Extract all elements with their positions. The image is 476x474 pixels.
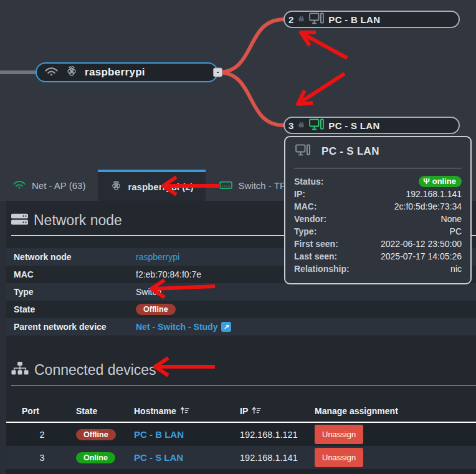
raspberrypi-icon <box>110 180 122 193</box>
tooltip-rows: Status: Ψ online IP: 192.168.1.141 MAC: … <box>294 175 462 275</box>
type-value: Switch <box>136 287 476 297</box>
server-icon <box>11 212 28 229</box>
row-label: MAC <box>14 269 136 279</box>
port-cell: 2 <box>22 430 62 440</box>
divider <box>11 385 476 385</box>
tooltip-row: Status: Ψ online <box>294 175 462 188</box>
pc-icon <box>309 12 324 27</box>
section-title: Connected devices <box>34 362 156 379</box>
col-ip: IP <box>240 406 248 416</box>
pc-icon <box>295 144 310 159</box>
wifi-icon <box>44 66 59 79</box>
raspberrypi-icon <box>65 65 78 80</box>
port-number: 2 <box>288 14 293 25</box>
row-value: 2022-06-12 23:50:00 <box>381 239 462 249</box>
tab-net-ap[interactable]: Net - AP (63) <box>0 170 98 201</box>
tooltip-row: First seen: 2022-06-12 23:50:00 <box>294 238 462 250</box>
col-port: Port <box>22 406 76 416</box>
tab-label: Net - AP (63) <box>32 180 85 191</box>
node-pc-s-lan[interactable]: 3 PC - S LAN <box>283 117 460 134</box>
tooltip-row: Type: PC <box>294 225 462 238</box>
tooltip-row: MAC: 2c:f0:5d:9e:73:34 <box>294 200 462 213</box>
unassign-button[interactable]: Unassign <box>315 448 363 467</box>
relationship-value: nic <box>450 264 462 274</box>
port-number: 3 <box>288 120 293 131</box>
row-value: 2c:f0:5d:9e:73:34 <box>394 201 462 211</box>
row-label: State <box>14 304 136 314</box>
connected-devices-table: Port State Hostname IP <box>6 400 476 474</box>
col-state: State <box>76 406 134 416</box>
row-label: IP: <box>294 189 305 199</box>
table-header-row: Port State Hostname IP <box>6 400 476 423</box>
table-row: State Offline <box>6 301 476 318</box>
tab-label: raspberrypi (2) <box>128 181 193 192</box>
online-badge: Ψ online <box>419 176 462 187</box>
switch-icon <box>219 180 232 191</box>
divider <box>294 168 462 168</box>
row-value: PC <box>450 226 462 236</box>
col-manage: Manage assignment <box>315 406 476 416</box>
tooltip-row: Last seen: 2025-07-17 14:05:26 <box>294 250 462 263</box>
port-plug-icon <box>298 14 305 25</box>
connected-devices-header: Connected devices <box>6 360 476 379</box>
parent-device-link[interactable]: Net - Switch - Study <box>136 322 217 332</box>
row-label: Parent network device <box>14 322 136 332</box>
status-badge: Offline <box>76 429 116 440</box>
ip-cell: 192.168.1.121 <box>240 430 315 440</box>
row-value: 192.168.1.141 <box>406 189 462 199</box>
row-label: Network node <box>14 252 136 262</box>
status-badge: Online <box>76 452 115 463</box>
status-badge: Offline <box>136 304 176 315</box>
table-row: Type Switch <box>6 283 476 301</box>
node-raspberrypi[interactable]: raspberrypi - <box>36 62 218 82</box>
tab-raspberrypi[interactable]: raspberrypi (2) <box>98 170 206 201</box>
sort-icon[interactable] <box>252 406 261 417</box>
node-pc-b-lan[interactable]: 2 PC - B LAN <box>283 11 460 28</box>
tooltip-row: IP: 192.168.1.141 <box>294 188 462 200</box>
port-cell: 3 <box>22 453 62 463</box>
external-link-icon[interactable]: ↗ <box>221 322 231 332</box>
port-plug-icon <box>298 120 305 131</box>
status-value: online <box>432 177 456 186</box>
collapse-node-button[interactable]: - <box>213 68 222 77</box>
row-label: First seen: <box>294 239 338 249</box>
device-tooltip: PC - S LAN Status: Ψ online IP: 192.168.… <box>284 136 472 284</box>
table-row-strip <box>6 469 476 474</box>
pc-icon <box>309 119 324 133</box>
node-label: PC - S LAN <box>328 120 379 131</box>
tooltip-row: Relationship: nic <box>294 263 462 275</box>
wifi-icon <box>12 180 26 191</box>
ip-cell: 192.168.1.141 <box>240 453 315 463</box>
node-label: PC - B LAN <box>328 14 380 25</box>
row-value: None <box>441 214 462 224</box>
hostname-link[interactable]: PC - B LAN <box>134 429 240 440</box>
col-hostname: Hostname <box>134 406 176 416</box>
tooltip-title: PC - S LAN <box>321 145 379 158</box>
tooltip-title-row: PC - S LAN <box>294 144 462 159</box>
section-title: Network node <box>34 212 122 229</box>
hostname-link[interactable]: PC - S LAN <box>134 452 240 463</box>
wire-to-pc-s <box>218 72 284 125</box>
page: raspberrypi - 2 PC - B LAN 3 <box>0 0 476 474</box>
sort-icon[interactable] <box>180 406 189 417</box>
table-row: 2 Offline PC - B LAN 192.168.1.121 Unass… <box>6 423 476 446</box>
sitemap-icon <box>11 362 29 379</box>
wire-to-pc-b <box>218 19 284 72</box>
row-value: 2025-07-17 14:05:26 <box>381 251 462 261</box>
row-label: Relationship: <box>294 264 350 274</box>
table-row: Parent network device Net - Switch - Stu… <box>6 318 476 336</box>
row-label: Type <box>14 287 136 297</box>
row-label: Last seen: <box>294 251 337 261</box>
row-label: Status: <box>294 177 323 186</box>
row-label: Type: <box>294 226 317 236</box>
unassign-button[interactable]: Unassign <box>315 425 363 444</box>
table-row: 3 Online PC - S LAN 192.168.1.141 Unassi… <box>6 446 476 469</box>
node-label: raspberrypi <box>85 66 145 79</box>
row-label: MAC: <box>294 201 317 211</box>
tooltip-row: Vendor: None <box>294 213 462 225</box>
row-label: Vendor: <box>294 214 326 224</box>
plug-icon: Ψ <box>423 177 430 186</box>
